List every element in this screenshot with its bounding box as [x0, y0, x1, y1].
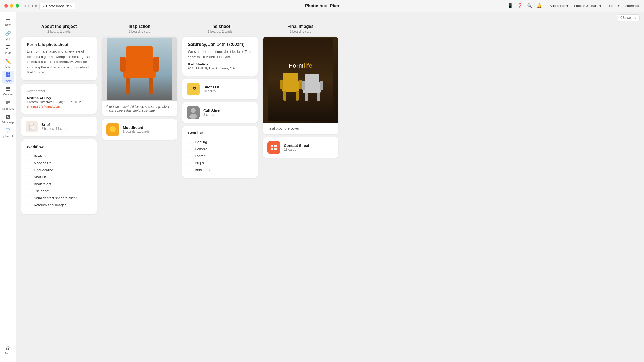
maximize-button[interactable] — [16, 4, 19, 8]
checkbox-shot-list[interactable] — [27, 175, 31, 179]
zoom-out-button[interactable]: Zoom out — [625, 4, 640, 8]
bell-icon[interactable]: 🔔 — [537, 3, 542, 8]
titlebar: ⊞ Home ● Photoshoot Plan Photoshoot Plan… — [0, 0, 644, 12]
sidebar-item-link[interactable]: 🔗 Link — [2, 29, 14, 42]
page-title: Photoshoot Plan — [305, 3, 339, 8]
shot-list-icon — [187, 83, 200, 95]
add-editor-button[interactable]: Add editor ▾ — [550, 4, 568, 8]
unsorted-button[interactable]: 0 Unsorted — [617, 14, 640, 21]
column-the-shoot: The shoot 2 boards, 2 cards Saturday, Ja… — [182, 20, 258, 178]
formlife-svg: Formlife — [268, 38, 333, 121]
gear-item-props[interactable]: Props — [188, 159, 252, 166]
checkbox-send-contact[interactable] — [27, 196, 31, 200]
close-button[interactable] — [4, 4, 8, 8]
card-brief[interactable]: 📄 Brief 2 boards, 14 cards — [21, 117, 97, 136]
checkbox-find-location[interactable] — [27, 168, 31, 172]
sidebar-item-upload-file[interactable]: 📄 Upload file — [2, 127, 14, 139]
call-sheet-icon — [187, 106, 200, 119]
workflow-item-retouch[interactable]: Retouch final images — [27, 202, 91, 209]
svg-rect-15 — [126, 46, 153, 62]
publish-share-button[interactable]: Publish & share ▾ — [574, 4, 601, 8]
svg-point-24 — [189, 114, 197, 119]
svg-rect-18 — [120, 57, 126, 72]
checkbox-the-shoot[interactable] — [27, 189, 31, 193]
card-workflow: Workflow Briefing Moodboard Find locatio… — [21, 139, 97, 214]
card-call-sheet[interactable]: Call Sheet 3 cards — [182, 102, 258, 123]
add-image-icon: 🖼 — [6, 114, 10, 120]
sidebar-item-column[interactable]: Column — [2, 85, 14, 98]
svg-rect-42 — [271, 148, 273, 150]
svg-rect-41 — [274, 145, 277, 147]
sidebar-item-add-image[interactable]: 🖼 Add image — [2, 113, 14, 125]
column-inspiration: Inspiration 1 board, 1 card — [102, 20, 177, 143]
comment-icon — [6, 100, 10, 106]
svg-rect-28 — [280, 80, 283, 89]
card-chair-image: Client comment: I'd love to see strong, … — [102, 37, 177, 116]
svg-rect-37 — [317, 93, 320, 101]
gear-item-camera[interactable]: Camera — [188, 145, 252, 152]
add-editor-label: Add editor — [550, 4, 565, 8]
canvas: 0 Unsorted About the project 1 board, 2 … — [16, 12, 644, 362]
home-icon: ⊞ — [23, 4, 26, 8]
card-shot-list[interactable]: Shot List 18 cards — [182, 79, 258, 99]
workflow-item-book-talent[interactable]: Book talent — [27, 181, 91, 188]
workflow-item-briefing[interactable]: Briefing — [27, 153, 91, 160]
checkbox-moodboard[interactable] — [27, 161, 31, 165]
gear-item-laptop[interactable]: Laptop — [188, 152, 252, 159]
workflow-item-find-location[interactable]: Find location — [27, 167, 91, 174]
line-icon: ✏️ — [5, 58, 11, 64]
gear-item-backdrops[interactable]: Backdrops — [188, 166, 252, 173]
help-icon[interactable]: ❓ — [517, 3, 523, 8]
sidebar-item-board[interactable]: Board — [2, 71, 14, 84]
svg-rect-17 — [149, 78, 153, 94]
svg-rect-4 — [8, 72, 10, 75]
sidebar-item-trash[interactable]: 🗑 Trash — [2, 344, 14, 357]
card-moodboard[interactable]: 🟡 Moodboard 3 boards, 11 cards — [102, 119, 177, 140]
workflow-item-send-contact[interactable]: Send contact sheet to client — [27, 195, 91, 202]
upload-file-icon: 📄 — [5, 128, 11, 134]
svg-rect-33 — [305, 74, 319, 84]
svg-text:Formlife: Formlife — [289, 62, 312, 69]
checkbox-retouch[interactable] — [27, 203, 31, 207]
sidebar: ☰ Note 🔗 Link To-do ✏️ Line Board — [0, 12, 16, 362]
svg-rect-9 — [6, 90, 10, 91]
trash-icon: 🗑 — [6, 346, 10, 351]
sidebar-item-note[interactable]: ☰ Note — [2, 15, 14, 28]
svg-rect-8 — [6, 88, 10, 89]
device-icon[interactable]: 📱 — [508, 3, 513, 8]
workflow-item-moodboard[interactable]: Moodboard — [27, 160, 91, 167]
svg-rect-19 — [153, 57, 159, 72]
svg-rect-7 — [6, 87, 10, 88]
sidebar-item-comment[interactable]: Comment — [2, 99, 14, 112]
todo-icon — [6, 45, 10, 51]
svg-rect-6 — [8, 75, 10, 77]
add-editor-chevron: ▾ — [566, 4, 568, 8]
column-final-images-header: Final images 1 board, 1 card — [263, 20, 338, 37]
app-body: ☰ Note 🔗 Link To-do ✏️ Line Board — [0, 12, 644, 362]
checkbox-book-talent[interactable] — [27, 182, 31, 186]
minimize-button[interactable] — [10, 4, 13, 8]
search-icon[interactable]: 🔍 — [527, 3, 532, 8]
tab-home[interactable]: ⊞ Home — [23, 4, 37, 8]
board-icon — [5, 72, 11, 79]
svg-rect-35 — [320, 81, 323, 90]
contact-sheet-icon — [267, 141, 280, 154]
contact-email-link[interactable]: sharna987@gmail.com — [27, 105, 91, 108]
gear-item-lighting[interactable]: Lighting — [188, 138, 252, 145]
column-the-shoot-header: The shoot 2 boards, 2 cards — [182, 20, 258, 37]
chair-image-area — [102, 37, 177, 101]
svg-rect-3 — [6, 72, 8, 75]
columns: About the project 1 board, 2 cards Form … — [21, 20, 639, 217]
sidebar-item-line[interactable]: ✏️ Line — [2, 57, 14, 70]
svg-rect-29 — [299, 80, 302, 89]
sidebar-item-todo[interactable]: To-do — [2, 43, 14, 56]
workflow-item-the-shoot[interactable]: The shoot — [27, 188, 91, 195]
svg-rect-5 — [6, 75, 8, 77]
column-icon — [6, 87, 10, 92]
export-button[interactable]: Export ▾ — [607, 4, 620, 8]
tab-photoshoot-plan[interactable]: ● Photoshoot Plan — [39, 3, 75, 9]
workflow-item-shot-list[interactable]: Shot list — [27, 174, 91, 181]
card-contact-sheet[interactable]: Contact Sheet 13 cards — [263, 137, 338, 158]
checkbox-briefing[interactable] — [27, 154, 31, 158]
card-form-life: Form Life photoshoot Life Form are launc… — [21, 37, 97, 80]
